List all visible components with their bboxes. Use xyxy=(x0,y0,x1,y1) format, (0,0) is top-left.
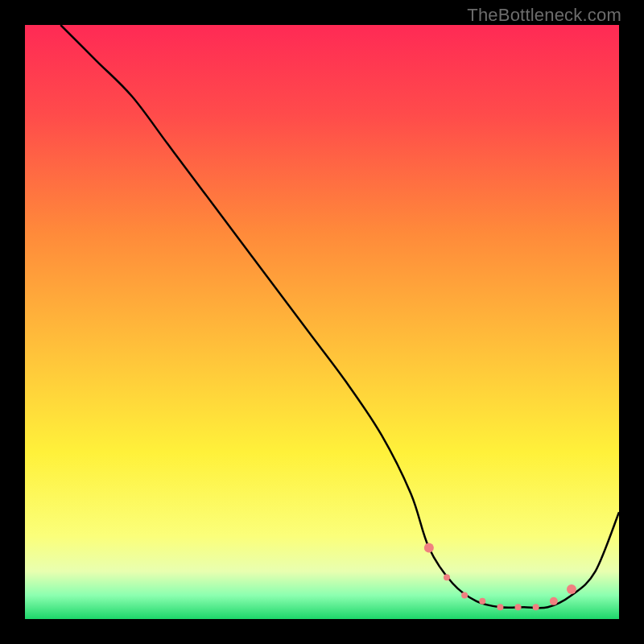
plot-area xyxy=(25,25,619,619)
gradient-background xyxy=(25,25,619,619)
marker-point xyxy=(550,597,558,605)
marker-point xyxy=(567,584,576,594)
bottleneck-chart xyxy=(25,25,619,619)
marker-point xyxy=(479,598,485,605)
marker-point xyxy=(424,543,434,552)
chart-frame: TheBottleneck.com xyxy=(0,0,644,644)
marker-point xyxy=(533,604,539,610)
marker-point xyxy=(515,604,522,610)
attribution-text: TheBottleneck.com xyxy=(467,5,621,26)
marker-point xyxy=(497,604,503,610)
marker-point xyxy=(444,574,450,580)
marker-point xyxy=(461,592,468,598)
